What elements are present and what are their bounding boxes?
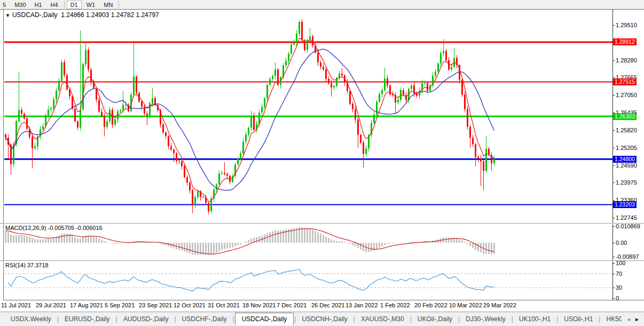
- chart-tab-usdcad-daily[interactable]: USDCAD-,Daily: [235, 313, 294, 325]
- macd-histogram-bar: [395, 243, 396, 243]
- price-axis-tick-mark: [612, 77, 615, 78]
- macd-histogram-bar: [331, 240, 332, 243]
- date-axis-label: 11 Jul 2021: [1, 302, 31, 308]
- macd-histogram-bar: [240, 243, 241, 244]
- candle-body: [480, 158, 482, 161]
- macd-histogram-bar: [266, 233, 268, 243]
- macd-axis-tick-mark: [612, 243, 615, 243]
- candle-body: [82, 64, 84, 109]
- macd-histogram-bar: [459, 239, 460, 243]
- candle-body: [152, 98, 153, 103]
- macd-histogram-bar: [194, 243, 196, 255]
- macd-histogram-bar: [464, 242, 466, 243]
- chart-tab-audusd-daily[interactable]: AUDUSD-,Daily: [118, 314, 174, 324]
- chart-tab-usoil-h1[interactable]: USOil-,H1: [559, 314, 598, 324]
- candle-body: [416, 93, 418, 96]
- macd-histogram-bar: [269, 232, 271, 243]
- date-axis-label: 12 Oct 2021: [174, 302, 206, 308]
- candle-body: [363, 142, 364, 154]
- macd-histogram-bar: [280, 230, 281, 243]
- candle-body: [192, 190, 193, 206]
- candle-body: [301, 22, 303, 40]
- rsi-axis-tick: 70: [616, 271, 622, 277]
- candle-body: [384, 78, 386, 90]
- price-axis-tick: 1.25205: [616, 145, 637, 151]
- chart-tab-uk100-h1[interactable]: UK100-,H1: [514, 314, 556, 324]
- candle-body: [202, 197, 204, 197]
- candle-body: [242, 141, 244, 153]
- price-level-tag: 1.26303: [613, 113, 637, 120]
- macd-histogram-bar: [461, 240, 463, 243]
- timeframe-button-d1[interactable]: D1: [67, 1, 82, 9]
- candle-body: [352, 104, 354, 109]
- macd-histogram-bar: [26, 236, 28, 243]
- trading-terminal: 5M30H1H4D1W1MN ▼USDCAD-,Daily 1.24866 1.…: [0, 0, 644, 326]
- chart-tab-bar: USDX,Weekly|EURUSD-,Daily|AUDUSD-,Daily|…: [0, 312, 644, 326]
- candle-body: [165, 133, 167, 136]
- timeframe-button-w1[interactable]: W1: [83, 1, 99, 9]
- macd-histogram-bar: [325, 236, 327, 243]
- macd-histogram-bar: [69, 234, 70, 243]
- date-axis-label: 26 Dec 2021: [311, 302, 344, 308]
- timeframe-button-5[interactable]: 5: [0, 1, 10, 9]
- candle-body: [21, 110, 22, 114]
- macd-histogram-bar: [349, 243, 351, 244]
- chart-tab-usdx-weekly[interactable]: USDX,Weekly: [5, 314, 57, 324]
- candle-body: [176, 153, 177, 161]
- chart-tab-xauusd-m30[interactable]: XAUUSD-,M30: [356, 314, 410, 324]
- candle-body: [261, 107, 263, 113]
- timeframe-button-mn[interactable]: MN: [100, 1, 116, 9]
- macd-histogram-bar: [344, 242, 345, 243]
- candle-body: [104, 116, 105, 127]
- date-axis-label: 18 Nov 2021: [242, 302, 276, 308]
- macd-histogram-bar: [210, 243, 212, 255]
- price-axis-tick: 1.23975: [616, 179, 637, 186]
- candle-body: [186, 177, 188, 182]
- macd-histogram-bar: [64, 233, 65, 243]
- macd-histogram-bar: [376, 243, 378, 249]
- price-axis-tick-mark: [612, 95, 615, 96]
- macd-histogram-bar: [29, 237, 30, 243]
- candle-body: [331, 83, 332, 88]
- macd-histogram-bar: [144, 242, 145, 243]
- timeframe-button-m30[interactable]: M30: [11, 1, 29, 9]
- price-axis-tick: 1.29510: [616, 22, 637, 28]
- macd-histogram-bar: [98, 238, 100, 243]
- candle-body: [178, 161, 180, 162]
- timeframe-button-h4[interactable]: H4: [47, 1, 62, 9]
- chart-tab-ukoil-daily[interactable]: UKOil-,Daily: [412, 314, 458, 324]
- macd-histogram-bar: [18, 235, 20, 243]
- candle-body: [53, 99, 54, 108]
- symbol-dropdown-icon[interactable]: ▼: [5, 13, 10, 18]
- candle-body: [411, 85, 412, 89]
- candle-body: [226, 174, 228, 176]
- chart-title-symbol: USDCAD-,Daily: [12, 11, 58, 19]
- candle-body: [122, 105, 124, 110]
- price-axis-tick-mark: [612, 182, 615, 183]
- macd-histogram-bar: [50, 238, 52, 243]
- candle-body: [80, 109, 81, 128]
- candle-body: [23, 114, 25, 118]
- chart-tab-eurusd-daily[interactable]: EURUSD-,Daily: [59, 314, 115, 324]
- candle-body: [218, 173, 220, 184]
- chart-tab-usdchf-daily[interactable]: USDCHF-,Daily: [177, 314, 232, 324]
- macd-histogram-bar: [472, 243, 474, 248]
- macd-histogram-bar: [120, 243, 121, 244]
- macd-histogram-bar: [371, 243, 372, 252]
- chart-tab-usdcnh-daily[interactable]: USDCNH-,Daily: [296, 314, 352, 324]
- main-chart-canvas[interactable]: [4, 10, 612, 223]
- macd-histogram-bar: [469, 243, 471, 246]
- timeframe-button-h1[interactable]: H1: [31, 1, 46, 9]
- macd-histogram-bar: [205, 243, 207, 255]
- candle-body: [323, 67, 324, 69]
- macd-histogram-bar: [61, 234, 62, 243]
- macd-histogram-bar: [352, 243, 354, 245]
- candle-body: [264, 98, 265, 107]
- chart-tab-dj30-weekly[interactable]: DJ30-,Weekly: [460, 314, 511, 324]
- price-level-tag: 1.27515: [613, 78, 637, 85]
- macd-histogram-bar: [304, 228, 305, 243]
- rsi-canvas[interactable]: [4, 261, 612, 300]
- tab-scroll-right-icon[interactable]: ►: [633, 316, 641, 322]
- rsi-axis-tick-mark: [612, 274, 615, 274]
- tab-scroll-left-icon[interactable]: ◄: [624, 316, 633, 322]
